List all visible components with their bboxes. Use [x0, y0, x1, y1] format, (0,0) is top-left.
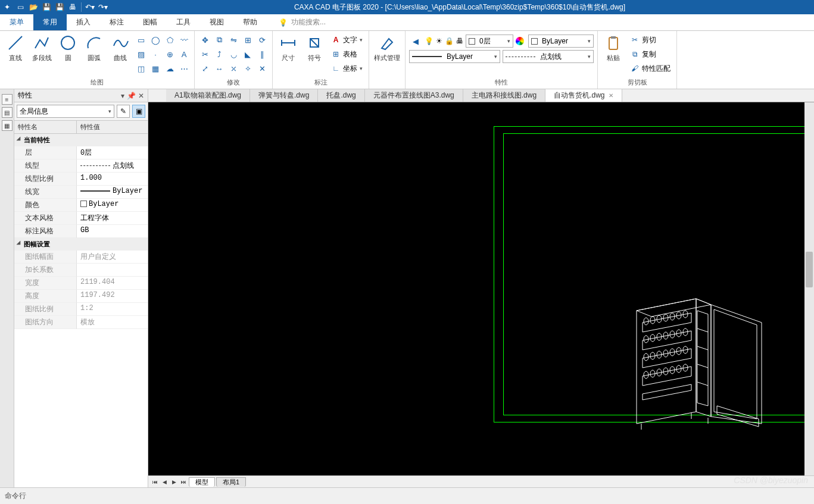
command-line-label[interactable]: 命令行: [5, 491, 26, 501]
centerline-icon[interactable]: ⊕: [163, 48, 176, 61]
copy-button[interactable]: ⧉复制: [628, 48, 673, 61]
layout1-tab[interactable]: 布局1: [216, 477, 246, 487]
property-row[interactable]: 宽度2119.404: [14, 277, 148, 290]
nav-first-icon[interactable]: ⏮: [151, 478, 159, 486]
chamfer-icon[interactable]: ◣: [241, 48, 254, 61]
ribbon-tab-annotate[interactable]: 标注: [100, 14, 133, 30]
misc-icon[interactable]: ⋯: [177, 62, 191, 75]
property-row[interactable]: 标注风格GB: [14, 225, 148, 238]
qat-new-icon[interactable]: ▭: [15, 2, 25, 12]
section-current[interactable]: 当前特性: [14, 134, 148, 146]
ribbon-tab-view[interactable]: 视图: [200, 14, 233, 30]
ribbon-tab-insert[interactable]: 插入: [67, 14, 100, 30]
scale-icon[interactable]: ⤢: [198, 62, 211, 75]
property-row[interactable]: 图纸比例1:2: [14, 303, 148, 316]
point-icon[interactable]: ·: [149, 48, 162, 61]
hatch-icon[interactable]: ▨: [135, 48, 148, 61]
circle-button[interactable]: 圆: [56, 32, 80, 62]
menu-button[interactable]: 菜单: [0, 14, 33, 30]
ribbon-tab-tools[interactable]: 工具: [167, 14, 200, 30]
dock-tool-2-icon[interactable]: ▤: [2, 107, 13, 118]
qat-saveas-icon[interactable]: 💾: [55, 2, 64, 12]
property-row[interactable]: 图纸方向横放: [14, 316, 148, 329]
property-row[interactable]: 线型点划线: [14, 159, 148, 173]
rotate-icon[interactable]: ⟳: [255, 33, 269, 46]
qat-save-icon[interactable]: 💾: [42, 2, 51, 12]
property-row[interactable]: 图纸幅面用户自定义: [14, 251, 148, 264]
doc-tab-1[interactable]: 弹簧与转盘.dwg: [250, 89, 318, 102]
ribbon-tab-frame[interactable]: 图幅: [133, 14, 167, 30]
property-row[interactable]: 颜色ByLayer: [14, 199, 148, 212]
property-row[interactable]: 文本风格工程字体: [14, 212, 148, 225]
rectangle-icon[interactable]: ▭: [135, 33, 148, 46]
doc-tab-5[interactable]: 自动售货机.dwg✕: [545, 89, 622, 102]
erase-icon[interactable]: ✕: [255, 62, 269, 75]
doc-tab-3[interactable]: 元器件布置接线图A3.dwg: [365, 89, 463, 102]
property-row[interactable]: 线型比例1.000: [14, 173, 148, 186]
paste-button[interactable]: 粘贴: [601, 32, 625, 62]
cloud-icon[interactable]: ☁: [163, 62, 176, 75]
cut-button[interactable]: ✂剪切: [628, 33, 673, 46]
symbol-button[interactable]: 符号: [302, 32, 326, 62]
mirror-icon[interactable]: ⇋: [227, 33, 240, 46]
nav-prev-icon[interactable]: ◀: [160, 478, 169, 486]
section-frame[interactable]: 图幅设置: [14, 238, 148, 251]
property-row[interactable]: 高度1197.492: [14, 290, 148, 303]
ellipse-icon[interactable]: ◯: [149, 33, 162, 46]
text-icon[interactable]: A: [177, 48, 191, 61]
drawing-canvas[interactable]: [148, 102, 814, 475]
doc-tab-4[interactable]: 主电路和接线图.dwg: [463, 89, 545, 102]
dimension-button[interactable]: 尺寸: [276, 32, 300, 62]
filter-tool2-icon[interactable]: ▣: [132, 105, 145, 118]
lock-icon[interactable]: 🔒: [445, 37, 454, 45]
fillet-icon[interactable]: ◡: [227, 48, 240, 61]
close-tab-icon[interactable]: ✕: [609, 92, 613, 99]
spline-button[interactable]: 曲线: [108, 32, 132, 62]
linetype-combo[interactable]: ByLayer▾: [409, 50, 500, 63]
ribbon-search[interactable]: 💡 功能搜索...: [279, 14, 326, 30]
lightbulb-icon[interactable]: 💡: [425, 37, 433, 45]
array-icon[interactable]: ⊞: [241, 33, 254, 46]
qat-print-icon[interactable]: 🖶: [68, 2, 77, 12]
filter-tool1-icon[interactable]: ✎: [117, 105, 130, 118]
polygon-icon[interactable]: ⬠: [163, 33, 176, 46]
qat-redo-icon[interactable]: ↷▾: [98, 2, 108, 12]
line-button[interactable]: 直线: [4, 32, 27, 62]
nav-next-icon[interactable]: ▶: [170, 478, 178, 486]
property-row[interactable]: 加长系数: [14, 264, 148, 277]
match-prop-button[interactable]: 🖌特性匹配: [628, 62, 673, 75]
explode-icon[interactable]: ✧: [241, 62, 254, 75]
dropdown-icon[interactable]: ▾: [121, 92, 124, 100]
pin-icon[interactable]: 📌: [127, 92, 136, 100]
property-row[interactable]: 层0层: [14, 146, 148, 159]
color-wheel-icon[interactable]: [516, 37, 524, 45]
wave-icon[interactable]: 〰: [177, 33, 191, 46]
stretch-icon[interactable]: ↔: [213, 62, 226, 75]
print-icon[interactable]: 🖶: [456, 37, 463, 45]
ucs-button[interactable]: ∟坐标▾: [329, 62, 365, 75]
model-tab[interactable]: 模型: [189, 477, 215, 487]
sun-icon[interactable]: ☀: [436, 37, 442, 45]
qat-open-icon[interactable]: 📂: [29, 2, 38, 12]
vertical-scrollbar[interactable]: [804, 102, 814, 475]
offset-icon[interactable]: ∥: [255, 48, 269, 61]
doc-tab-0[interactable]: A1取物箱装配图.dwg: [166, 89, 250, 102]
filter-combo[interactable]: 全局信息▾: [17, 105, 114, 118]
fill-icon[interactable]: ▦: [149, 62, 162, 75]
property-row[interactable]: 线宽ByLayer: [14, 186, 148, 199]
move-icon[interactable]: ✥: [198, 33, 211, 46]
app-icon[interactable]: ✦: [2, 2, 12, 12]
text-button[interactable]: A文字▾: [329, 33, 365, 46]
close-panel-icon[interactable]: ✕: [138, 92, 144, 100]
dock-tool-1-icon[interactable]: ≡: [2, 94, 13, 105]
qat-undo-icon[interactable]: ↶▾: [85, 2, 95, 12]
dock-tool-3-icon[interactable]: ▦: [2, 120, 13, 131]
color-combo[interactable]: ByLayer▾: [528, 35, 594, 48]
table-button[interactable]: ⊞表格: [329, 48, 365, 61]
break-icon[interactable]: ⤫: [227, 62, 240, 75]
polyline-button[interactable]: 多段线: [30, 32, 54, 62]
layer-prev-icon[interactable]: ◀: [409, 35, 422, 48]
trim-icon[interactable]: ✂: [198, 48, 211, 61]
ribbon-tab-help[interactable]: 帮助: [233, 14, 267, 30]
style-manager-button[interactable]: 样式管理: [373, 32, 401, 62]
